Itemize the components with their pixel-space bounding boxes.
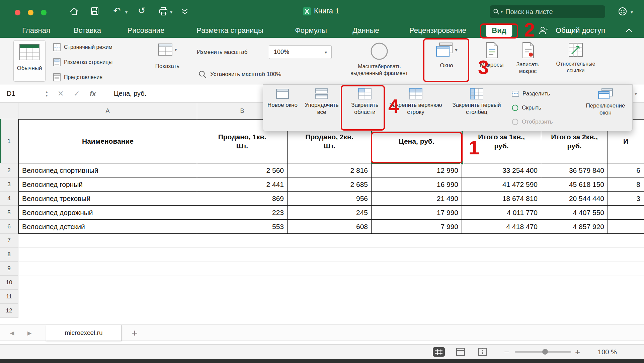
header-cell-name[interactable]: Наименование [18,119,197,163]
row-number[interactable]: 10 [0,276,18,290]
zoom-combobox-dropdown-icon[interactable]: ▾ [320,46,331,59]
page-layout-view-button[interactable]: Разметка страницы [53,56,112,68]
empty-cells[interactable] [18,276,644,290]
cell[interactable]: 956 [288,192,372,206]
cell[interactable]: 4 857 920 [541,220,608,234]
cell[interactable]: 869 [197,192,288,206]
zoom-combobox[interactable]: 100% ▾ [269,45,332,59]
search-input[interactable] [505,8,602,16]
zoom-100-button[interactable]: Установить масштаб 100% [198,70,281,79]
menu-item-hide[interactable]: Скрыть [511,101,577,115]
cell[interactable]: 6 [608,163,644,177]
search-box[interactable]: ▾ [490,5,605,18]
add-sheet-button[interactable]: + [128,325,141,341]
redo-icon[interactable]: ↺ [138,6,146,15]
tab-insert[interactable]: Вставка [74,23,101,38]
empty-cells[interactable] [18,262,644,276]
row-number[interactable]: 11 [0,290,18,304]
next-sheet-icon[interactable]: ▶ [27,325,31,341]
cancel-entry-icon[interactable]: ✕ [58,84,64,103]
sheet-tab-active[interactable]: microexcel.ru [46,325,122,341]
status-normal-view-button[interactable] [432,345,445,359]
feedback-smiley-icon[interactable] [618,7,627,16]
menu-item-switch-windows[interactable]: Переключение окон [580,88,631,117]
row-number[interactable]: 6 [0,220,18,234]
cell[interactable]: 7 990 [372,220,462,234]
status-page-layout-button[interactable] [456,345,465,359]
empty-cells[interactable] [18,234,644,247]
column-header-a[interactable]: A [18,103,197,119]
zoom-out-button[interactable]: − [504,345,509,359]
cell[interactable]: 4 418 470 [462,220,541,234]
row-number[interactable]: 5 [0,206,18,220]
cell[interactable]: 2 685 [288,177,372,192]
cell[interactable]: 2 816 [288,163,372,177]
previous-sheet-icon[interactable]: ◀ [10,325,14,341]
cell[interactable]: 4 407 550 [541,206,608,220]
undo-icon[interactable]: ↶ [113,6,121,15]
cell[interactable]: 21 490 [372,192,462,206]
tab-review[interactable]: Рецензирование [409,23,466,38]
select-all-corner[interactable] [0,103,18,119]
zoom-in-button[interactable]: + [575,345,580,359]
cell[interactable]: 4 011 770 [462,206,541,220]
status-page-break-button[interactable] [478,345,487,359]
formula-content[interactable]: Цена, руб. [114,84,146,103]
cell[interactable]: 17 990 [372,206,462,220]
cell[interactable]: 3 [608,192,644,206]
custom-views-button[interactable]: Представления [53,71,102,83]
cell[interactable]: 2 560 [197,163,288,177]
cell[interactable]: 12 990 [372,163,462,177]
menu-item-new-window[interactable]: Новое окно [265,88,300,108]
empty-cells[interactable] [18,304,644,318]
cell[interactable]: 608 [288,220,372,234]
insert-function-icon[interactable]: fx [90,84,96,103]
cell[interactable]: Велосипед спортивный [18,163,197,177]
tab-page-layout[interactable]: Разметка страницы [196,23,263,38]
name-box[interactable]: D1 ▴▾ [0,84,51,103]
share-person-add-icon[interactable] [538,26,549,35]
cell[interactable]: Велосипед трековый [18,192,197,206]
zoom-to-selection-button[interactable]: Масштабировать выделенный фрагмент [347,42,411,77]
page-break-preview-button[interactable]: Страничный режим [53,41,112,53]
cell[interactable]: 45 618 150 [541,177,608,192]
empty-cells[interactable] [18,290,644,304]
cell[interactable]: 36 579 840 [541,163,608,177]
name-box-stepper[interactable]: ▴▾ [46,90,48,97]
empty-cells[interactable] [18,248,644,262]
row-number-1[interactable]: 1 [0,119,18,163]
cell[interactable]: 553 [197,220,288,234]
minimize-window-button[interactable] [28,10,33,15]
relative-references-button[interactable]: Относительные ссылки [548,42,604,74]
close-window-button[interactable] [15,10,20,15]
zoom-window-button[interactable] [41,10,47,15]
confirm-entry-icon[interactable]: ✓ [74,84,80,103]
cell[interactable]: 223 [197,206,288,220]
collapse-ribbon-icon[interactable] [625,28,633,33]
cell[interactable]: Велосипед горный [18,177,197,192]
row-number[interactable]: 4 [0,192,18,206]
print-icon[interactable] [159,7,168,16]
search-scope-dropdown-icon[interactable]: ▾ [501,9,503,14]
zoom-slider-thumb[interactable] [542,349,548,355]
menu-item-split[interactable]: Разделить [511,87,577,101]
save-icon[interactable] [90,7,99,15]
cell[interactable] [608,206,644,220]
record-macro-button[interactable]: Записать макрос [510,42,546,75]
expand-formula-bar-icon[interactable]: ▾ [635,84,637,103]
tab-draw[interactable]: Рисование [128,23,165,38]
home-icon[interactable] [70,7,79,16]
row-number[interactable]: 9 [0,262,18,276]
cell[interactable]: 20 544 440 [541,192,608,206]
cell[interactable]: 245 [288,206,372,220]
cell[interactable]: Велосипед детский [18,220,197,234]
cell[interactable]: Велосипед дорожный [18,206,197,220]
cell[interactable]: 33 254 400 [462,163,541,177]
row-number[interactable]: 12 [0,304,18,318]
customize-toolbar-icon[interactable] [181,8,189,15]
row-number[interactable]: 3 [0,177,18,192]
row-number[interactable]: 2 [0,163,18,177]
smiley-dropdown-icon[interactable]: ▾ [631,9,633,15]
menu-item-arrange-all[interactable]: Упорядочить все [301,88,342,116]
normal-view-button[interactable]: Обычный [13,40,46,82]
